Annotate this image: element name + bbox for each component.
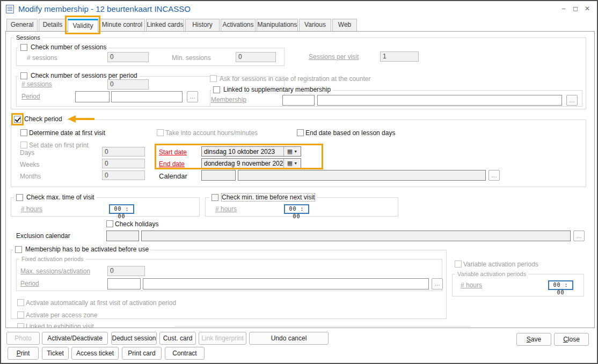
chevron-down-icon: ▼ xyxy=(294,161,297,165)
exclusion-calendar-code-input[interactable] xyxy=(106,231,139,241)
exclusion-calendar-label: Exclusion calendar xyxy=(16,232,70,240)
sessions-per-period-checkbox[interactable] xyxy=(20,72,27,79)
cust-card-button[interactable]: Cust. card xyxy=(159,332,196,345)
tab-manipulations[interactable]: Manipulations xyxy=(257,19,298,31)
activation-period-name-input[interactable] xyxy=(143,278,429,289)
end-date-label[interactable]: End date xyxy=(159,160,185,168)
days-input[interactable]: 0 xyxy=(102,147,145,157)
hours-minutes-checkbox[interactable] xyxy=(157,129,164,136)
calendar-name-input[interactable] xyxy=(238,170,486,181)
months-input[interactable]: 0 xyxy=(102,170,145,180)
determine-date-checkbox[interactable] xyxy=(20,129,27,136)
undo-cancel-button[interactable]: Undo cancel xyxy=(249,332,329,345)
close-button[interactable]: Close xyxy=(554,333,589,346)
tab-activations[interactable]: Activations xyxy=(221,19,256,31)
max-sessions-activation-label[interactable]: Max. sessions/activation xyxy=(20,268,90,275)
calendar-label: Calendar xyxy=(159,172,187,180)
pp-period-name-input[interactable] xyxy=(111,91,183,102)
check-period-checkbox[interactable] xyxy=(14,116,21,123)
sessions-per-visit-label[interactable]: Sessions per visit xyxy=(309,53,359,61)
determine-date-label: Determine date at first visit xyxy=(29,129,105,137)
activate-deactivate-button[interactable]: Activate/Deactivate xyxy=(42,332,108,345)
tab-details[interactable]: Details xyxy=(39,19,67,31)
tab-validity[interactable]: Validity xyxy=(68,19,98,32)
tab-various[interactable]: Various xyxy=(299,19,331,31)
min-sessions-input[interactable]: 0 xyxy=(236,52,276,62)
print-button[interactable]: Print xyxy=(8,347,39,360)
minimize-icon[interactable]: – xyxy=(559,4,568,13)
linked-exhibition-checkbox[interactable] xyxy=(17,323,24,328)
end-date-picker[interactable]: donderdag 9 november 2023 ▦▼ xyxy=(201,158,301,168)
save-button[interactable]: Save xyxy=(516,333,551,346)
variable-hours-input[interactable]: 00 : 00 xyxy=(548,280,573,290)
min-time-hours-label[interactable]: # hours xyxy=(215,205,237,213)
membership-code-input[interactable] xyxy=(282,95,315,106)
ticket-button[interactable]: Ticket xyxy=(42,347,69,360)
max-time-hours-label[interactable]: # hours xyxy=(21,205,42,213)
variable-activation-checkbox[interactable] xyxy=(455,261,462,268)
exclusion-calendar-browse-button[interactable]: ... xyxy=(573,231,585,241)
check-max-time-legend: Check max. time of visit xyxy=(14,194,97,201)
close-icon[interactable]: ✕ xyxy=(583,4,592,13)
check-period-label: Check period xyxy=(24,115,62,123)
lesson-days-checkbox[interactable] xyxy=(297,129,304,136)
deduct-session-button[interactable]: Deduct session xyxy=(111,332,157,345)
contract-button[interactable]: Contract xyxy=(165,347,205,360)
check-number-of-sessions-label: Check number of sessions xyxy=(31,43,106,51)
check-holidays-label: Check holidays xyxy=(115,220,158,228)
hours-minutes-label: Take into account hours/minutes xyxy=(165,129,258,137)
weeks-input[interactable]: 0 xyxy=(102,159,145,168)
membership-label[interactable]: Membership xyxy=(211,96,246,103)
calendar-browse-button[interactable]: ... xyxy=(488,170,500,181)
activate-auto-checkbox[interactable] xyxy=(17,299,24,306)
tab-web[interactable]: Web xyxy=(332,19,357,31)
link-fingerprint-button[interactable]: Link fingerprint xyxy=(199,332,246,345)
tab-minute-control[interactable]: Minute control xyxy=(99,19,145,31)
print-card-button[interactable]: Print card xyxy=(122,347,162,360)
activation-checkbox[interactable] xyxy=(15,246,22,253)
linked-supplementary-label: Linked to supplementary membership xyxy=(223,86,331,93)
variable-activation-legend: Variable activation periods xyxy=(455,271,528,277)
sessions-per-visit-input[interactable]: 1 xyxy=(380,51,419,62)
num-sessions-input[interactable]: 0 xyxy=(107,52,149,62)
membership-browse-button[interactable]: ... xyxy=(566,95,578,106)
tab-linked-cards[interactable]: Linked cards xyxy=(146,19,184,31)
check-max-time-checkbox[interactable] xyxy=(16,194,23,201)
tab-general[interactable]: General xyxy=(6,19,38,31)
first-print-checkbox[interactable] xyxy=(20,142,27,148)
check-holidays-checkbox[interactable] xyxy=(106,220,113,227)
pp-period-label[interactable]: Period xyxy=(21,93,40,100)
max-sessions-activation-input[interactable]: 0 xyxy=(107,266,145,276)
check-min-time-checkbox[interactable] xyxy=(212,194,218,201)
pp-period-browse-button[interactable]: ... xyxy=(187,91,198,102)
check-min-time-legend: Check min. time before next visit xyxy=(209,194,317,201)
linked-supplementary-checkbox[interactable] xyxy=(213,86,220,93)
activation-period-code-input[interactable] xyxy=(107,278,141,289)
variable-hours-label[interactable]: # hours xyxy=(461,281,482,289)
start-date-label[interactable]: Start date xyxy=(159,148,187,156)
activation-period-browse-button[interactable]: ... xyxy=(432,278,443,289)
photo-button[interactable]: Photo xyxy=(6,332,40,345)
pp-period-code-input[interactable] xyxy=(75,91,110,102)
linked-supplementary-legend: Linked to supplementary membership xyxy=(211,86,333,93)
max-time-hours-input[interactable]: 00 : 00 xyxy=(109,204,134,214)
start-date-picker[interactable]: dinsdag 10 oktober 2023 ▦▼ xyxy=(201,146,301,157)
pp-num-sessions-input[interactable]: 0 xyxy=(107,79,149,90)
activate-zone-checkbox[interactable] xyxy=(17,311,24,318)
end-date-dropdown[interactable]: ▦▼ xyxy=(283,159,301,168)
maximize-icon[interactable]: ◻ xyxy=(571,4,580,13)
check-number-of-sessions-checkbox[interactable] xyxy=(20,44,27,51)
calendar-code-input[interactable] xyxy=(201,170,236,181)
access-ticket-button[interactable]: Access ticket xyxy=(71,347,119,360)
pp-num-sessions-label[interactable]: # sessions xyxy=(21,80,52,88)
tab-history[interactable]: History xyxy=(185,19,220,31)
sessions-per-period-label: Check number of sessions per period xyxy=(31,72,137,79)
exclusion-calendar-name-input[interactable] xyxy=(141,231,571,241)
membership-name-input[interactable] xyxy=(317,95,562,106)
min-time-hours-input[interactable]: 00 : 00 xyxy=(284,204,309,214)
activation-period-label[interactable]: Period xyxy=(20,280,39,287)
start-date-dropdown[interactable]: ▦▼ xyxy=(283,147,301,156)
fixed-activation-periods-legend: Fixed activation periods xyxy=(19,256,86,262)
ask-sessions-checkbox[interactable] xyxy=(210,75,217,82)
sessions-per-period-legend: Check number of sessions per period xyxy=(18,72,140,79)
